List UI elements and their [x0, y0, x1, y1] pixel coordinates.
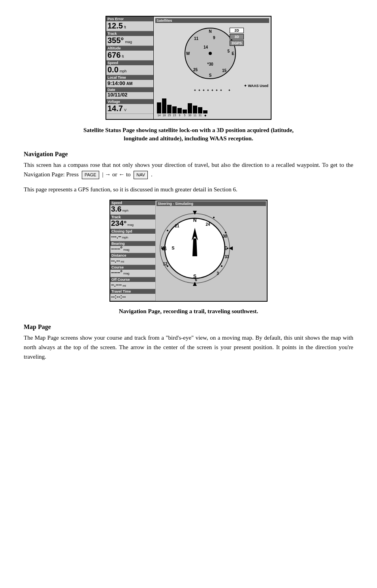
map-page-title: Map Page — [24, 323, 353, 331]
speed-label: Speed — [106, 61, 153, 65]
speed-block: Speed 0.0 mph — [106, 61, 153, 75]
nav-gps-device: Speed 3.6 mph Track 234° mag Closing Spd… — [109, 200, 268, 302]
nav-closing-spd-value: ---.– — [110, 234, 122, 240]
nav-body-text-period: . — [151, 171, 153, 178]
compass-rose-svg: N S E W 21 24 30 33 3 6 — [156, 207, 234, 286]
nav-track-block: Track 234° mag — [110, 215, 155, 229]
map-page-body: The Map Page screens show your course an… — [24, 333, 353, 361]
nav-off-course-value: –.–– — [110, 282, 123, 288]
svg-point-29 — [193, 247, 196, 250]
svg-text:33: 33 — [224, 255, 229, 259]
nav-bearing-value: –––° — [110, 246, 123, 252]
svg-text:24: 24 — [205, 222, 210, 227]
bar-labels: 14 18 25 15 9 5 30 11 31 ◆ — [155, 113, 269, 117]
svg-point-21 — [161, 248, 163, 249]
nav-body-text-start: This screen has a compass rose that not … — [24, 162, 353, 178]
voltage-unit: V — [124, 108, 126, 112]
nav-steering-header: Steering - Simulating — [156, 201, 266, 206]
nav-speed-value: 3.6 — [110, 205, 122, 214]
pos-error-block: Pos Error 12.5 ft — [106, 17, 153, 31]
svg-text:3: 3 — [217, 271, 219, 276]
svg-point-15 — [213, 217, 215, 218]
svg-text:30: 30 — [222, 234, 227, 238]
svg-text:21: 21 — [175, 224, 179, 228]
local-time-label: Local Time — [106, 75, 153, 80]
signal-bars — [155, 94, 269, 113]
pos-error-label: Pos Error — [106, 17, 153, 21]
svg-text:N: N — [193, 217, 197, 223]
nav-distance-block: Distance --.-- mi — [110, 253, 155, 265]
svg-point-22 — [167, 230, 168, 231]
nav-speed-block: Speed 3.6 mph — [110, 200, 155, 215]
svg-point-20 — [167, 265, 168, 267]
svg-point-16 — [225, 232, 226, 233]
track-value: 355° — [106, 36, 125, 45]
nav-body-text-mid: | → or ← to — [102, 171, 130, 178]
gps-right-panel: Satellites N S W E 11 9 14 5 — [154, 17, 271, 119]
track-block: Track 355° mag — [106, 31, 153, 46]
svg-text:12: 12 — [163, 262, 168, 266]
local-time-block: Local Time 9:14:00 AM — [106, 75, 153, 87]
track-label: Track — [106, 31, 153, 36]
nav-closing-spd-block: Closing Spd ---.– mph — [110, 229, 155, 241]
svg-point-17 — [227, 248, 228, 249]
map-page-section: Map Page The Map Page screens show your … — [24, 323, 353, 361]
date-block: Date 10/11/02 — [106, 87, 153, 99]
voltage-label: Voltage — [106, 99, 153, 104]
nav-bearing-label: Bearing — [110, 241, 155, 246]
nav-course-block: Course –––° mag — [110, 265, 155, 277]
speed-unit: mph — [120, 69, 127, 73]
nav-bearing-block: Bearing –––° mag — [110, 241, 155, 253]
nav-device-container: Speed 3.6 mph Track 234° mag Closing Spd… — [24, 200, 353, 302]
voltage-value: 14.7 — [106, 104, 124, 113]
nav-course-value: –––° — [110, 270, 123, 276]
altitude-value: 676 — [106, 51, 122, 59]
svg-text:6: 6 — [195, 278, 197, 282]
waas-label: ✦ WAAS Used — [155, 84, 269, 88]
nav-track-value: 234° — [110, 219, 127, 228]
svg-text:15: 15 — [162, 247, 167, 251]
speed-value: 0.0 — [106, 65, 120, 74]
mode-3d-btn: 3D — [230, 34, 244, 40]
navigation-body-1: This screen has a compass rose that not … — [24, 160, 353, 179]
voltage-block: Voltage 14.7 V — [106, 99, 153, 114]
nav-off-course-unit: mi — [123, 284, 126, 287]
nav-right-panel: Steering - Simulating N S E W 21 — [156, 200, 267, 301]
satellites-header: Satellites — [155, 18, 269, 23]
nav-travel-time-block: Travel Time --:--:-- — [110, 289, 155, 301]
navigation-page-section: Navigation Page This screen has a compas… — [24, 151, 353, 194]
date-value: 10/11/02 — [106, 92, 153, 98]
nav-distance-value: --.-- — [110, 258, 121, 264]
satellite-status-image: Pos Error 12.5 ft Track 355° mag Altitud… — [24, 16, 353, 120]
svg-marker-23 — [193, 211, 197, 215]
gps-left-panel: Pos Error 12.5 ft Track 355° mag Altitud… — [106, 17, 154, 119]
pos-error-unit: ft — [124, 25, 126, 29]
nav-travel-time-value: --:--:-- — [110, 294, 155, 300]
altitude-block: Altitude 676 ft — [106, 46, 153, 61]
nav-key-nav: NAV — [134, 171, 148, 180]
svg-text:S: S — [172, 246, 174, 250]
nav-off-course-label: Off Course — [110, 277, 155, 282]
navigation-body-2: This page represents a GPS function, so … — [24, 185, 353, 194]
mode-dgps-btn: DGPS — [230, 40, 244, 46]
local-time-unit: AM — [126, 81, 133, 86]
svg-marker-25 — [193, 282, 197, 286]
pos-error-value: 12.5 — [106, 21, 124, 30]
nav-track-unit: mag — [127, 223, 134, 227]
nav-course-unit: mag — [123, 272, 130, 275]
altitude-label: Altitude — [106, 46, 153, 51]
nav-bearing-unit: mag — [123, 248, 130, 251]
nav-key-page: PAGE — [82, 171, 99, 180]
satellite-caption: Satellite Status Page showing satellite … — [78, 126, 299, 143]
navigation-page-title: Navigation Page — [24, 151, 353, 158]
nav-distance-unit: mi — [121, 260, 124, 263]
local-time-value: 9:14:00 — [106, 81, 126, 86]
nav-left-panel: Speed 3.6 mph Track 234° mag Closing Spd… — [110, 200, 156, 301]
track-unit: mag — [125, 40, 132, 44]
nav-closing-spd-unit: mph — [122, 236, 128, 239]
gps-device-satellite: Pos Error 12.5 ft Track 355° mag Altitud… — [106, 16, 271, 120]
nav-speed-unit: mph — [122, 209, 128, 212]
mode-2d-btn: 2D — [230, 28, 244, 33]
svg-point-18 — [221, 265, 222, 267]
svg-text:E: E — [224, 246, 227, 251]
